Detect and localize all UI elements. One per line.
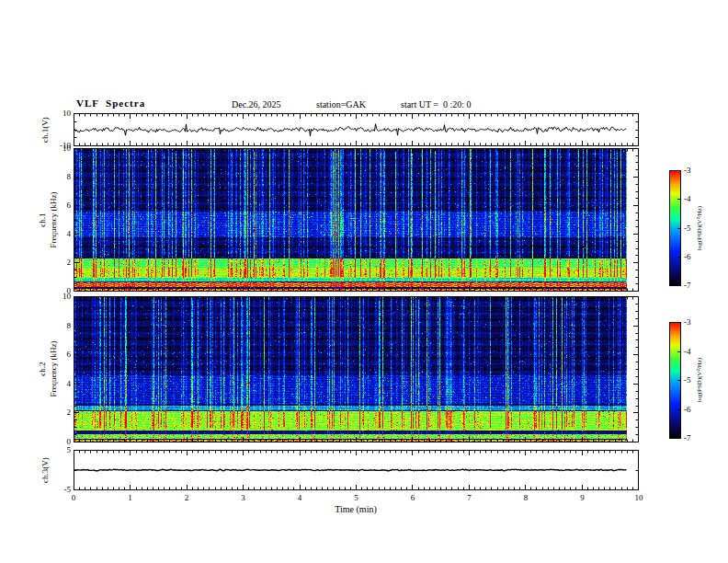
x-tick-label: 7	[467, 493, 472, 502]
x-tick-label: 8	[524, 493, 529, 502]
colorbar-tick-label: -5	[684, 375, 691, 385]
date-label: Dec.26, 2025	[232, 99, 281, 109]
figure-title: VLF Spectra	[76, 98, 145, 109]
y-tick-label: 4	[67, 379, 72, 388]
spec2-channel-label: ch.2	[38, 362, 47, 375]
y-tick-label: 10	[63, 144, 71, 153]
ch3v-axis-label: ch.3(V)	[40, 457, 50, 483]
x-tick-label: 0	[72, 493, 76, 502]
spec2-frequency-axis-label: Frequency (kHz)	[49, 340, 58, 396]
spec1-frequency-axis-label: Frequency (kHz)	[49, 191, 58, 247]
x-tick-label: 4	[298, 493, 302, 502]
y-tick-label: 10	[63, 292, 71, 301]
colorbar-ch1	[669, 170, 681, 286]
colorbar-tick-label: -6	[684, 405, 691, 414]
x-axis-title: Time (min)	[335, 504, 376, 514]
y-tick-label: -5	[64, 485, 72, 494]
x-tick-label: 9	[580, 493, 585, 502]
colorbar-tick-label: -3	[684, 166, 691, 175]
x-tick-label: 5	[354, 493, 358, 502]
ch1v-axis-label: ch.1(V)	[40, 117, 50, 143]
y-tick-label: 6	[67, 201, 72, 210]
y-tick-label: 10	[63, 109, 71, 118]
y-tick-label: 4	[67, 229, 72, 238]
ch2-spectrogram	[74, 296, 639, 442]
y-tick-label: 8	[67, 172, 72, 181]
colorbar-tick-label: -7	[684, 433, 691, 442]
colorbar-ch2	[669, 322, 681, 439]
colorbar-tick-label: -3	[684, 317, 691, 327]
y-tick-label: 2	[67, 258, 72, 267]
colorbar-tick-label: -5	[684, 224, 691, 233]
y-tick-label: 5	[67, 445, 72, 454]
ch3-voltage-plot	[74, 450, 639, 490]
x-tick-label: 2	[185, 493, 189, 502]
colorbar-tick-label: -7	[684, 281, 691, 290]
colorbar-tick-label: -6	[684, 252, 691, 261]
vlf-spectra-figure: VLF Spectra Dec.26, 2025 station=GAK sta…	[0, 0, 728, 563]
station-label: station=GAK	[316, 99, 366, 109]
start-ut-label: start UT = 0 :20: 0	[401, 99, 472, 109]
y-tick-label: 2	[67, 408, 72, 417]
colorbar-tick-label: -4	[684, 194, 691, 203]
colorbar1-label: log(PSD)(V²/Hz)	[696, 206, 703, 250]
x-tick-label: 6	[411, 493, 415, 502]
y-tick-label: 8	[67, 321, 72, 330]
colorbar-tick-label: -4	[684, 347, 691, 356]
colorbar2-label: log(PSD)(V²/Hz)	[696, 358, 703, 402]
x-tick-label: 3	[241, 493, 245, 502]
ch1-voltage-plot	[74, 113, 639, 146]
spec1-channel-label: ch.1	[38, 213, 47, 226]
y-tick-label: 6	[67, 350, 72, 359]
ch1-spectrogram	[74, 148, 639, 292]
x-tick-label: 1	[128, 493, 132, 502]
x-tick-label: 10	[635, 493, 643, 502]
